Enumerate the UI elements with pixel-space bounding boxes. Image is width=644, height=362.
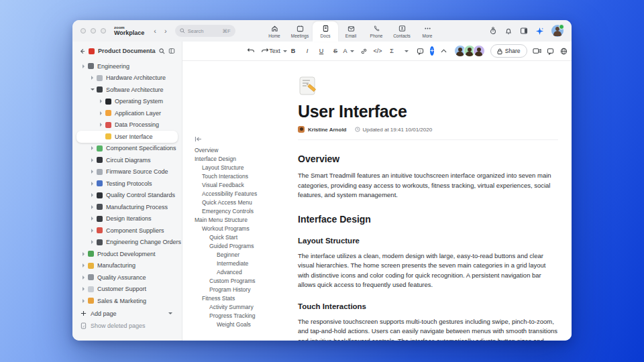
show-deleted-pages-button[interactable]: Show deleted pages — [72, 320, 182, 332]
chevron-right-icon[interactable] — [89, 180, 96, 187]
outline-item-accessibility-features[interactable]: Accessibility Features — [195, 190, 291, 198]
sidebar-item-quality-control-standards[interactable]: Quality Control Standards — [76, 190, 178, 202]
sidebar-item-product-development[interactable]: Product Development — [76, 248, 178, 260]
chevron-right-icon[interactable] — [80, 63, 87, 70]
chevron-right-icon[interactable] — [89, 239, 96, 245]
chevron-right-icon[interactable] — [89, 215, 96, 222]
chevron-right-icon[interactable] — [89, 145, 96, 152]
outline-item-quick-access-menu[interactable]: Quick Access Menu — [195, 198, 291, 207]
collapse-toolbar-icon[interactable] — [440, 46, 448, 56]
outline-item-activity-summary[interactable]: Activity Summary — [195, 303, 291, 312]
outline-item-visual-feedback[interactable]: Visual Feedback — [195, 181, 291, 190]
chevron-right-icon[interactable] — [97, 121, 105, 128]
chevron-down-icon[interactable] — [89, 86, 96, 93]
outline-item-workout-programs[interactable]: Workout Programs — [195, 225, 291, 233]
redo-button[interactable] — [261, 46, 269, 56]
comment-icon[interactable] — [416, 46, 424, 56]
close-window-icon[interactable] — [80, 28, 86, 34]
chevron-right-icon[interactable] — [80, 262, 87, 269]
outline-item-custom-programs[interactable]: Custom Programs — [195, 277, 291, 286]
sidebar-item-user-interface[interactable]: User Interface — [76, 131, 178, 143]
share-button[interactable]: Share — [490, 44, 527, 58]
outline-item-interface-design[interactable]: Interface Design — [195, 155, 291, 164]
insert-plus-button[interactable]: + — [430, 46, 434, 56]
document-body[interactable]: OverviewThe Smart Treadmill features an … — [298, 154, 558, 341]
clock-icon[interactable] — [489, 27, 497, 35]
chevron-right-icon[interactable] — [89, 74, 96, 81]
collaborator-avatars[interactable] — [454, 45, 485, 57]
page-title[interactable]: User Interface — [298, 102, 558, 121]
chevron-right-icon[interactable] — [89, 157, 96, 164]
nav-forward-button[interactable]: › — [164, 27, 167, 35]
outline-item-layout-structure[interactable]: Layout Structure — [195, 164, 291, 172]
chevron-right-icon[interactable] — [97, 110, 105, 117]
chevron-right-icon[interactable] — [89, 204, 96, 210]
sidebar-item-design-iterations[interactable]: Design Iterations — [76, 213, 178, 225]
chevron-right-icon[interactable] — [80, 286, 87, 292]
sidebar-item-quality-assurance[interactable]: Quality Assurance — [76, 272, 178, 284]
sidebar-item-engineering-change-orders[interactable]: Engineering Change Orders — [76, 237, 178, 249]
code-block-button[interactable]: </> — [374, 46, 382, 56]
collapse-sidebar-icon[interactable] — [168, 48, 175, 54]
tab-email[interactable]: Email — [338, 21, 364, 42]
bold-button[interactable]: B — [289, 46, 297, 56]
sidebar-item-customer-support[interactable]: Customer Support — [76, 284, 178, 296]
chevron-right-icon[interactable] — [89, 168, 96, 175]
user-avatar[interactable] — [551, 25, 564, 37]
underline-button[interactable]: U — [317, 46, 325, 56]
side-panel-icon[interactable] — [520, 27, 528, 35]
sidebar-item-operating-system[interactable]: Operating System — [76, 96, 178, 108]
text-color-dropdown[interactable]: A — [345, 46, 354, 56]
tab-more[interactable]: More — [415, 21, 440, 42]
sidebar-item-data-processing[interactable]: Data Processing — [76, 119, 178, 131]
outline-item-intermediate[interactable]: Intermediate — [195, 259, 291, 268]
chat-bubble-icon[interactable] — [547, 46, 555, 56]
sidebar-item-sales-marketing[interactable]: Sales & Marketing — [76, 295, 178, 307]
chevron-right-icon[interactable] — [97, 98, 105, 105]
italic-button[interactable]: I — [303, 46, 311, 56]
document-page[interactable]: User Interface Kristine Arnold Updated a… — [291, 61, 572, 341]
sidebar-item-software-architecture[interactable]: Software Architecture — [76, 84, 178, 96]
sidebar-item-circuit-diagrams[interactable]: Circuit Diagrams — [76, 154, 178, 166]
maximize-window-icon[interactable] — [101, 28, 106, 34]
video-camera-icon[interactable] — [533, 46, 541, 56]
tab-home[interactable]: Home — [262, 21, 287, 42]
sidebar-item-testing-protocols[interactable]: Testing Protocols — [76, 178, 178, 190]
equation-button[interactable]: Σ — [388, 46, 396, 56]
sidebar-item-firmware-source-code[interactable]: Firmware Source Code — [76, 166, 178, 178]
sidebar-item-application-layer[interactable]: Application Layer — [76, 107, 178, 119]
outline-item-overview[interactable]: Overview — [195, 146, 291, 155]
globe-language-icon[interactable] — [560, 46, 568, 56]
chevron-right-icon[interactable] — [80, 298, 87, 304]
collapse-outline-icon[interactable] — [195, 136, 291, 142]
minimize-window-icon[interactable] — [91, 28, 96, 34]
outline-item-main-menu-structure[interactable]: Main Menu Structure — [195, 216, 291, 225]
notifications-bell-icon[interactable] — [504, 27, 513, 35]
tab-docs[interactable]: Docs — [313, 21, 338, 42]
back-arrow-icon[interactable] — [79, 48, 85, 54]
sidebar-item-engineering[interactable]: Engineering — [76, 60, 178, 72]
chevron-right-icon[interactable] — [80, 274, 87, 281]
nav-back-button[interactable]: ‹ — [154, 27, 156, 35]
outline-item-program-history[interactable]: Program History — [195, 286, 291, 294]
outline-item-fitness-stats[interactable]: Fitness Stats — [195, 294, 291, 303]
window-controls[interactable] — [80, 28, 106, 34]
outline-item-beginner[interactable]: Beginner — [195, 251, 291, 259]
tab-meetings[interactable]: Meetings — [287, 21, 313, 42]
ai-companion-icon[interactable] — [535, 27, 544, 36]
outline-item-emergency-controls[interactable]: Emergency Controls — [195, 207, 291, 216]
outline-item-quick-start[interactable]: Quick Start — [195, 233, 291, 242]
chevron-right-icon[interactable] — [89, 192, 96, 198]
outline-item-guided-programs[interactable]: Guided Programs — [195, 242, 291, 251]
sidebar-item-manufacturing-process[interactable]: Manufacturing Process — [76, 201, 178, 213]
outline-item-touch-interactions[interactable]: Touch Interactions — [195, 172, 291, 181]
outline-item-advanced[interactable]: Advanced — [195, 268, 291, 277]
link-icon[interactable] — [360, 46, 368, 56]
chevron-down-icon[interactable] — [166, 310, 174, 317]
chevron-right-icon[interactable] — [89, 227, 96, 234]
add-page-button[interactable]: Add page — [72, 308, 182, 320]
undo-button[interactable] — [247, 46, 255, 56]
tab-contacts[interactable]: Contacts — [389, 21, 415, 42]
outline-item-progress-tracking[interactable]: Progress Tracking — [195, 312, 291, 320]
alignment-dropdown[interactable] — [402, 46, 410, 56]
